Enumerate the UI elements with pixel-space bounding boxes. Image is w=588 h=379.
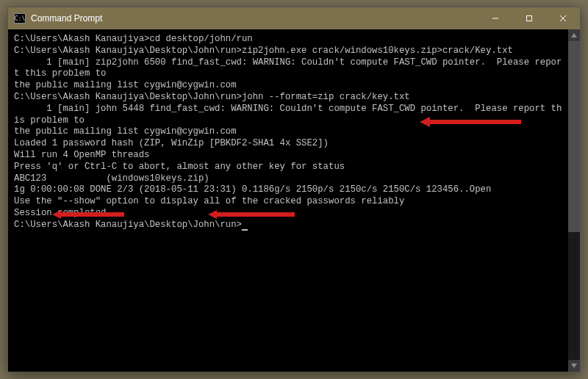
titlebar[interactable]: C:\ Command Prompt bbox=[8, 7, 580, 29]
terminal-line: 1g 0:00:00:08 DONE 2/3 (2018-05-11 23:31… bbox=[14, 184, 562, 196]
terminal-line: C:\Users\Akash Kanaujiya\Desktop\John\ru… bbox=[14, 220, 562, 231]
terminal-line: 1 [main] john 5448 find_fast_cwd: WARNIN… bbox=[14, 104, 562, 127]
scroll-track[interactable] bbox=[568, 41, 580, 360]
maximize-button[interactable] bbox=[512, 7, 546, 29]
svg-rect-1 bbox=[527, 16, 532, 21]
terminal-line: Use the "--show" option to display all o… bbox=[14, 196, 562, 208]
terminal-line: C:\Users\Akash Kanaujiya\Desktop\John\ru… bbox=[14, 46, 562, 57]
terminal-area: C:\Users\Akash Kanaujiya>cd desktop/john… bbox=[8, 29, 580, 372]
minimize-button[interactable] bbox=[478, 7, 512, 29]
window-controls bbox=[478, 7, 580, 29]
terminal-line: the public mailing list cygwin@cygwin.co… bbox=[14, 80, 562, 92]
terminal-line: C:\Users\Akash Kanaujiya\Desktop\John\ru… bbox=[14, 92, 562, 104]
command-prompt-window: C:\ Command Prompt C:\Users\Akash Kanauj… bbox=[7, 7, 581, 372]
terminal-line: Will run 4 OpenMP threads bbox=[14, 150, 562, 162]
terminal-line: 1 [main] zip2john 6500 find_fast_cwd: WA… bbox=[14, 57, 562, 81]
close-button[interactable] bbox=[546, 7, 580, 29]
terminal-line: ABC123 (windows10keys.zip) bbox=[14, 173, 562, 185]
cmd-icon: C:\ bbox=[14, 13, 26, 24]
scroll-thumb[interactable] bbox=[568, 41, 580, 232]
svg-marker-7 bbox=[571, 33, 577, 37]
terminal-line: the public mailing list cygwin@cygwin.co… bbox=[14, 126, 562, 138]
terminal-line: C:\Users\Akash Kanaujiya>cd desktop/john… bbox=[14, 34, 562, 46]
scroll-up-button[interactable] bbox=[568, 29, 580, 41]
terminal-output[interactable]: C:\Users\Akash Kanaujiya>cd desktop/john… bbox=[8, 29, 568, 372]
window-title: Command Prompt bbox=[31, 13, 478, 24]
cursor bbox=[242, 229, 248, 231]
terminal-line: Loaded 1 password hash (ZIP, WinZip [PBK… bbox=[14, 138, 562, 150]
scroll-down-button[interactable] bbox=[568, 360, 580, 372]
scrollbar[interactable] bbox=[568, 29, 580, 372]
terminal-line: Press 'q' or Ctrl-C to abort, almost any… bbox=[14, 162, 562, 173]
terminal-line: Session completed bbox=[14, 208, 562, 220]
svg-marker-8 bbox=[571, 364, 577, 368]
